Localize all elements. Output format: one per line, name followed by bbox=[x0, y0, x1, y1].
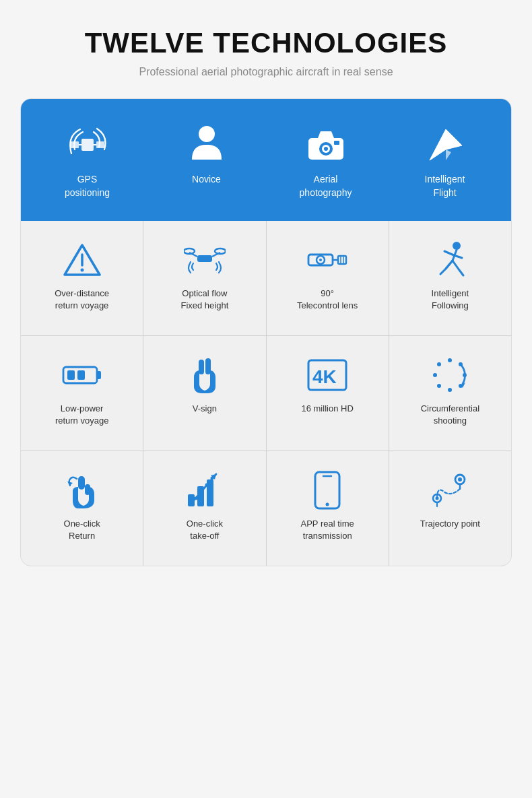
flight-label: IntelligentFlight bbox=[425, 173, 465, 199]
svg-rect-32 bbox=[77, 370, 85, 380]
4k-icon: 4K bbox=[307, 356, 347, 393]
svg-rect-30 bbox=[97, 371, 101, 379]
top-row: GPSpositioning Novice bbox=[21, 99, 511, 221]
top-cell-novice: Novice bbox=[147, 118, 266, 206]
circumferential-label: Circumferentialshooting bbox=[421, 403, 479, 427]
telecontrol-label: 90°Telecontrol lens bbox=[297, 288, 358, 312]
page-title: TWELVE TECHNOLOGIES bbox=[85, 27, 448, 59]
cell-one-click-return: One-clickReturn bbox=[21, 451, 143, 566]
over-distance-label: Over-distancereturn voyage bbox=[55, 288, 109, 312]
svg-rect-34 bbox=[205, 358, 211, 374]
lens-icon bbox=[307, 241, 347, 278]
rotate-icon bbox=[432, 356, 468, 393]
hand-icon bbox=[189, 356, 221, 393]
cell-telecontrol: 90°Telecontrol lens bbox=[267, 221, 389, 335]
cell-trajectory: Trajectory point bbox=[389, 451, 511, 566]
svg-rect-0 bbox=[81, 139, 94, 151]
optical-flow-label: Optical flowFixed height bbox=[180, 288, 228, 312]
svg-rect-16 bbox=[197, 255, 212, 262]
svg-point-5 bbox=[199, 126, 215, 142]
paper-plane-icon bbox=[426, 125, 465, 165]
svg-point-40 bbox=[433, 373, 437, 377]
main-grid: GPSpositioning Novice bbox=[20, 98, 512, 566]
phone-icon bbox=[314, 471, 341, 508]
trajectory-label: Trajectory point bbox=[420, 518, 480, 530]
cell-low-power: Low-powerreturn voyage bbox=[21, 336, 143, 451]
top-cell-gps: GPSpositioning bbox=[28, 118, 147, 206]
svg-marker-12 bbox=[446, 149, 451, 160]
page-subtitle: Professional aerial photographic aircraf… bbox=[139, 66, 393, 78]
svg-point-42 bbox=[437, 362, 441, 366]
svg-rect-49 bbox=[85, 484, 90, 495]
camera-icon bbox=[306, 125, 346, 165]
svg-point-45 bbox=[437, 384, 441, 388]
cell-one-click-takeoff: One-clicktake-off bbox=[143, 451, 265, 566]
running-icon bbox=[434, 241, 466, 278]
gps-label: GPSpositioning bbox=[65, 173, 110, 199]
chart-up-icon bbox=[187, 471, 223, 508]
cell-app-transmission: APP real timetransmission bbox=[267, 451, 389, 566]
svg-point-62 bbox=[326, 502, 329, 506]
cell-16m-hd: 4K 16 million HD bbox=[267, 336, 389, 451]
svg-point-38 bbox=[448, 358, 452, 362]
drone-icon bbox=[184, 241, 226, 278]
svg-point-39 bbox=[448, 388, 452, 392]
svg-point-20 bbox=[215, 248, 226, 254]
v-sign-label: V-sign bbox=[193, 403, 217, 415]
low-power-label: Low-powerreturn voyage bbox=[55, 403, 109, 427]
svg-point-67 bbox=[436, 496, 439, 500]
svg-point-64 bbox=[458, 477, 462, 481]
aerial-label: Aerialphotography bbox=[300, 173, 352, 199]
svg-text:4K: 4K bbox=[312, 366, 337, 387]
svg-rect-50 bbox=[73, 490, 78, 499]
cell-over-distance: Over-distancereturn voyage bbox=[21, 221, 143, 335]
warning-icon bbox=[63, 241, 101, 278]
one-click-return-label: One-clickReturn bbox=[64, 518, 100, 542]
top-cell-flight: IntelligentFlight bbox=[385, 118, 504, 206]
16m-hd-label: 16 million HD bbox=[301, 403, 353, 415]
svg-point-55 bbox=[194, 496, 197, 500]
inner-rows: Over-distancereturn voyage bbox=[21, 221, 511, 566]
svg-rect-25 bbox=[338, 256, 346, 264]
cell-circumferential: Circumferentialshooting bbox=[389, 336, 511, 451]
svg-rect-10 bbox=[334, 141, 339, 145]
cell-optical-flow: Optical flowFixed height bbox=[143, 221, 265, 335]
svg-point-28 bbox=[453, 242, 461, 250]
svg-marker-47 bbox=[67, 481, 73, 486]
svg-point-56 bbox=[199, 490, 203, 493]
touch-icon bbox=[65, 471, 100, 508]
cell-v-sign: V-sign bbox=[143, 336, 265, 451]
app-transmission-label: APP real timetransmission bbox=[301, 518, 354, 542]
svg-point-23 bbox=[319, 259, 322, 261]
person-icon bbox=[189, 125, 224, 165]
battery-icon bbox=[62, 356, 102, 393]
cell-intelligent-following: IntelligentFollowing bbox=[389, 221, 511, 335]
one-click-takeoff-label: One-clicktake-off bbox=[187, 518, 223, 542]
svg-point-57 bbox=[205, 483, 208, 486]
svg-point-9 bbox=[324, 147, 328, 151]
svg-rect-31 bbox=[67, 370, 75, 380]
svg-point-15 bbox=[80, 268, 84, 271]
top-cell-aerial: Aerialphotography bbox=[266, 118, 385, 206]
novice-label: Novice bbox=[192, 173, 221, 187]
trajectory-icon bbox=[430, 471, 469, 508]
following-label: IntelligentFollowing bbox=[432, 288, 469, 312]
satellite-icon bbox=[68, 125, 107, 165]
svg-rect-33 bbox=[199, 360, 204, 374]
svg-point-19 bbox=[184, 248, 195, 254]
svg-rect-48 bbox=[78, 476, 85, 490]
